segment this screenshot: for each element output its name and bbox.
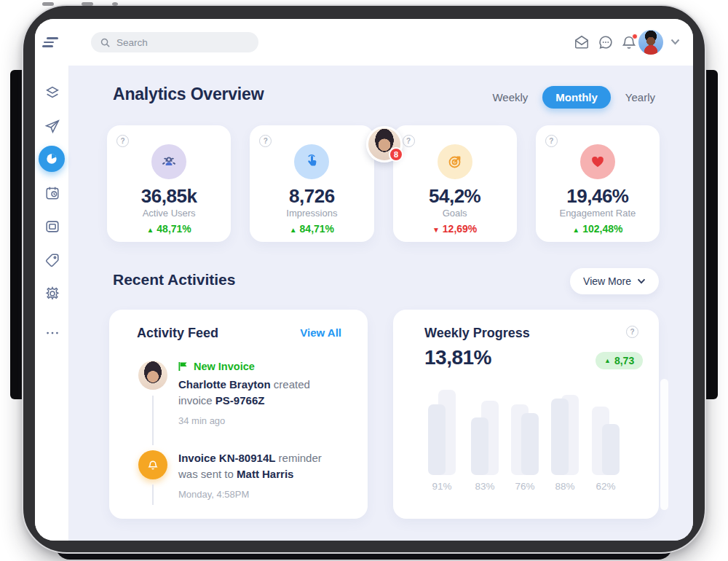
avatar-badge: 8 xyxy=(389,147,403,162)
scrollbar[interactable] xyxy=(660,379,668,510)
main-content: Analytics Overview Weekly Monthly Yearly… xyxy=(69,66,693,541)
bar-group: 62% xyxy=(585,388,626,475)
activity-time: 34 min ago xyxy=(178,415,225,426)
stat-label: Engagement Rate xyxy=(536,208,660,219)
stat-change: ▲102,48% xyxy=(536,223,660,235)
tag-icon[interactable] xyxy=(44,252,60,268)
mail-icon[interactable] xyxy=(574,34,590,50)
activity-time: Monday, 4:58PM xyxy=(178,489,249,500)
notification-dot xyxy=(632,34,638,39)
bell-icon xyxy=(146,458,159,471)
period-tabs: Weekly Monthly Yearly xyxy=(492,86,655,109)
timeline-connector xyxy=(152,484,154,505)
send-icon[interactable] xyxy=(44,119,60,135)
bell-icon[interactable] xyxy=(621,34,637,50)
target-icon xyxy=(438,144,472,179)
page-title: Analytics Overview xyxy=(113,85,264,104)
calendar-icon[interactable] xyxy=(44,185,60,201)
weekly-progress-card: Weekly Progress ? 13,81% ▲ 8,73 91%83%76… xyxy=(393,310,659,519)
floating-avatar[interactable]: 8 xyxy=(366,126,403,162)
timeline-connector xyxy=(152,396,154,445)
tablet-camera xyxy=(112,2,118,6)
chevron-down-icon[interactable] xyxy=(670,39,680,45)
activity-text: Charlotte Brayton created xyxy=(178,377,310,393)
tab-monthly[interactable]: Monthly xyxy=(542,86,611,109)
bar-group: 88% xyxy=(545,388,585,475)
top-bar: Search xyxy=(35,19,693,66)
search-icon xyxy=(100,37,111,48)
bar-group: 83% xyxy=(464,388,505,475)
trend-down-icon: ▼ xyxy=(432,226,440,234)
activity-avatar xyxy=(138,361,167,390)
trend-up-icon: ▲ xyxy=(146,226,154,234)
stat-card-active-users[interactable]: ? 36,85k Active Users ▲48,71% xyxy=(107,125,231,242)
stat-label: Active Users xyxy=(107,208,231,219)
stat-value: 19,46% xyxy=(536,185,660,208)
card-title: Activity Feed xyxy=(137,326,218,341)
help-icon[interactable]: ? xyxy=(403,135,415,147)
tap-icon xyxy=(294,144,329,179)
bar-front xyxy=(551,399,569,475)
heart-icon xyxy=(580,144,615,179)
bar-chart: 91%83%76%88%62% xyxy=(393,310,659,519)
stat-value: 36,85k xyxy=(107,185,231,208)
frame-icon[interactable] xyxy=(44,219,60,235)
tab-weekly[interactable]: Weekly xyxy=(492,91,528,103)
search-placeholder: Search xyxy=(116,37,148,48)
user-avatar[interactable] xyxy=(638,30,663,55)
bar-group: 91% xyxy=(422,388,462,475)
help-icon[interactable]: ? xyxy=(259,135,272,147)
bar-front xyxy=(471,417,488,475)
tablet-screen: Search Analytics Overvi xyxy=(35,19,693,541)
activity-text: invoice PS-9766Z xyxy=(178,393,264,409)
stat-label: Impressions xyxy=(250,208,373,219)
stat-change: ▲84,71% xyxy=(250,223,373,235)
activity-tag: New Invoice xyxy=(178,361,255,372)
bar-front xyxy=(602,424,620,475)
bar-label: 62% xyxy=(585,481,626,492)
tablet-button xyxy=(42,2,54,6)
activity-feed-card: Activity Feed View All New Invoice Charl… xyxy=(109,310,368,519)
chat-icon[interactable] xyxy=(598,34,614,50)
trend-up-icon: ▲ xyxy=(290,226,297,234)
bar-front xyxy=(428,404,446,475)
menu-icon[interactable] xyxy=(42,36,60,48)
bar-front xyxy=(521,413,539,475)
help-icon[interactable]: ? xyxy=(116,135,129,147)
stat-change: ▼12,69% xyxy=(393,223,517,235)
bar-group: 76% xyxy=(505,388,545,475)
reminder-icon-circle xyxy=(138,450,167,479)
stat-change: ▲48,71% xyxy=(107,223,231,235)
help-icon[interactable]: ? xyxy=(545,135,558,147)
layers-icon[interactable] xyxy=(44,85,60,101)
tab-yearly[interactable]: Yearly xyxy=(625,91,655,103)
view-all-link[interactable]: View All xyxy=(300,326,341,339)
chevron-down-icon xyxy=(637,278,646,284)
more-icon[interactable] xyxy=(44,325,60,341)
settings-icon[interactable] xyxy=(44,286,60,302)
stat-card-impressions[interactable]: ? 8,726 Impressions ▲84,71% xyxy=(250,125,373,242)
stat-label: Goals xyxy=(393,208,517,219)
bar-label: 83% xyxy=(464,481,505,492)
tablet-button xyxy=(82,2,93,6)
stat-value: 54,2% xyxy=(393,185,517,208)
stat-card-engagement[interactable]: ? 19,46% Engagement Rate ▲102,48% xyxy=(536,125,660,242)
view-more-button[interactable]: View More xyxy=(570,268,659,294)
page: Search Analytics Overvi xyxy=(0,0,728,561)
search-input[interactable]: Search xyxy=(91,32,258,52)
bar-label: 88% xyxy=(545,481,585,492)
stat-value: 8,726 xyxy=(250,185,373,208)
trend-up-icon: ▲ xyxy=(572,226,579,234)
users-icon xyxy=(151,144,186,179)
sidebar-item-analytics[interactable] xyxy=(39,146,65,172)
bar-label: 76% xyxy=(505,481,545,492)
activity-text: Invoice KN-80914L reminder xyxy=(178,450,322,466)
pie-chart-icon xyxy=(44,152,59,166)
sidebar xyxy=(35,66,69,541)
activity-text: was sent to Matt Harris xyxy=(178,466,293,482)
flag-icon xyxy=(178,361,188,372)
section-title: Recent Activities xyxy=(113,271,235,289)
bar-label: 91% xyxy=(422,481,462,492)
stat-card-goals[interactable]: ? 54,2% Goals ▼12,69% xyxy=(393,125,517,242)
